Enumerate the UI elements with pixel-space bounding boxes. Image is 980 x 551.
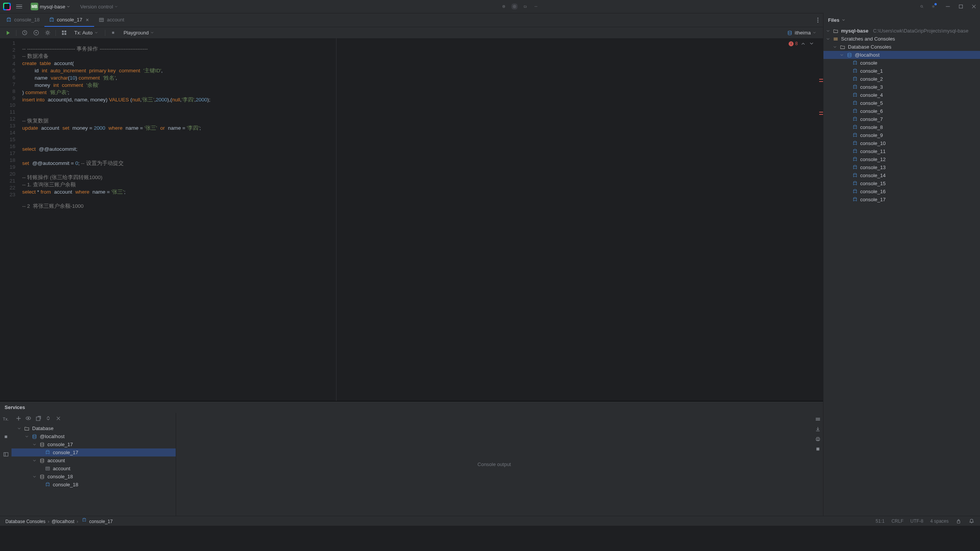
console-node[interactable]: console_4 bbox=[823, 91, 980, 99]
more-tools-icon[interactable] bbox=[533, 3, 539, 10]
code-editor[interactable]: 1234567891011121314151617181920212223 !8… bbox=[0, 38, 823, 401]
run-tool-icon[interactable] bbox=[511, 3, 518, 10]
editor-inspection-status[interactable]: !8 bbox=[789, 41, 815, 47]
tree-console_17[interactable]: console_17 bbox=[11, 440, 176, 448]
code-content[interactable]: -- ---------------------------- 事务操作 ---… bbox=[22, 44, 818, 211]
services-tree[interactable]: Database @localhost console_17 bbox=[11, 424, 176, 516]
new-tab-icon[interactable] bbox=[35, 415, 41, 421]
files-tree[interactable]: mysql-base C:\Users\cwk\DataGripProjects… bbox=[823, 27, 980, 516]
tree-account-item[interactable]: account bbox=[11, 465, 176, 473]
scroll-to-end-icon[interactable] bbox=[815, 426, 821, 432]
error-count-badge[interactable]: !8 bbox=[789, 41, 798, 46]
indent[interactable]: 4 spaces bbox=[930, 518, 949, 524]
line-ending[interactable]: CRLF bbox=[892, 518, 903, 524]
history-button[interactable] bbox=[20, 29, 29, 37]
console-node[interactable]: console_15 bbox=[823, 179, 980, 187]
console-node[interactable]: console_5 bbox=[823, 99, 980, 107]
settings-icon[interactable] bbox=[930, 3, 936, 10]
project-selector[interactable]: MB mysql-base bbox=[28, 1, 73, 12]
tree-host[interactable]: @localhost bbox=[11, 432, 176, 440]
console-node[interactable]: console_10 bbox=[823, 139, 980, 147]
sql-file-icon bbox=[44, 482, 51, 488]
console-node[interactable]: console_13 bbox=[823, 163, 980, 171]
sql-file-icon bbox=[852, 148, 858, 155]
tab-console_17[interactable]: console_17 × bbox=[44, 13, 95, 27]
console-node[interactable]: console_9 bbox=[823, 131, 980, 139]
mode-dropdown[interactable]: Playground bbox=[121, 29, 157, 37]
line-gutter: 1234567891011121314151617181920212223 bbox=[0, 38, 22, 401]
datasource-dropdown[interactable]: itheima bbox=[784, 29, 819, 37]
sql-file-icon bbox=[82, 518, 88, 524]
tab-account[interactable]: account bbox=[94, 13, 129, 27]
explain-button[interactable] bbox=[32, 29, 40, 37]
sql-file-icon bbox=[852, 100, 858, 106]
settings-button[interactable] bbox=[43, 29, 52, 37]
status-bar: Database Consoles›@localhost› console_17… bbox=[0, 516, 980, 526]
console-node[interactable]: console_14 bbox=[823, 171, 980, 179]
notifications-icon[interactable] bbox=[969, 518, 975, 524]
close-tab-icon[interactable]: × bbox=[85, 17, 90, 23]
side-panel-icon[interactable] bbox=[3, 451, 9, 457]
sql-file-icon bbox=[852, 68, 858, 74]
tree-console_17-item[interactable]: console_17 bbox=[11, 448, 176, 456]
sql-file-icon bbox=[852, 197, 858, 203]
error-stripe[interactable] bbox=[818, 38, 823, 401]
console-node[interactable]: console_2 bbox=[823, 75, 980, 83]
next-error-icon[interactable] bbox=[808, 41, 815, 47]
expand-icon[interactable] bbox=[45, 415, 51, 421]
open-tool-icon[interactable] bbox=[522, 3, 528, 10]
console-node[interactable]: console bbox=[823, 59, 980, 67]
sql-file-icon bbox=[49, 17, 54, 23]
add-icon[interactable] bbox=[15, 415, 21, 421]
console-node[interactable]: console_12 bbox=[823, 155, 980, 163]
project-root-node[interactable]: mysql-base C:\Users\cwk\DataGripProjects… bbox=[823, 27, 980, 35]
readonly-icon[interactable] bbox=[956, 518, 962, 524]
soft-wrap-icon[interactable] bbox=[815, 416, 821, 422]
window-close-icon[interactable] bbox=[971, 3, 977, 10]
database-consoles-node[interactable]: Database Consoles bbox=[823, 43, 980, 51]
run-button[interactable] bbox=[4, 29, 12, 37]
view-mode-button[interactable] bbox=[60, 29, 68, 37]
console-node[interactable]: console_11 bbox=[823, 147, 980, 155]
tree-database-root[interactable]: Database bbox=[11, 424, 176, 432]
stop-icon[interactable] bbox=[3, 434, 9, 440]
tree-console_18[interactable]: console_18 bbox=[11, 473, 176, 481]
print-icon[interactable] bbox=[815, 436, 821, 442]
chevron-down-icon bbox=[150, 31, 154, 34]
tree-console_18-item[interactable]: console_18 bbox=[11, 481, 176, 489]
services-header[interactable]: Services bbox=[0, 401, 823, 413]
tab-options-icon[interactable] bbox=[816, 16, 820, 24]
chevron-down-icon bbox=[813, 31, 816, 34]
console-node[interactable]: console_3 bbox=[823, 83, 980, 91]
tx-icon[interactable]: Tx. bbox=[3, 416, 9, 422]
clear-icon[interactable] bbox=[815, 446, 821, 452]
tab-console_18[interactable]: console_18 bbox=[2, 13, 44, 27]
view-icon[interactable] bbox=[25, 415, 31, 421]
console-node[interactable]: console_16 bbox=[823, 187, 980, 196]
localhost-node[interactable]: @localhost bbox=[823, 51, 980, 59]
database-tool-icon[interactable] bbox=[501, 3, 507, 10]
close-all-icon[interactable] bbox=[55, 415, 61, 421]
version-control-menu[interactable]: Version control bbox=[77, 2, 121, 11]
window-maximize-icon[interactable] bbox=[958, 3, 964, 10]
console-node[interactable]: console_1 bbox=[823, 67, 980, 75]
tab-label: account bbox=[107, 17, 124, 23]
prev-error-icon[interactable] bbox=[800, 41, 806, 47]
sql-file-icon bbox=[852, 76, 858, 82]
console-node[interactable]: console_7 bbox=[823, 115, 980, 123]
stop-button[interactable] bbox=[109, 29, 118, 37]
console-node[interactable]: console_6 bbox=[823, 107, 980, 115]
tree-account[interactable]: account bbox=[11, 456, 176, 465]
main-menu-button[interactable] bbox=[15, 3, 24, 10]
scratches-node[interactable]: Scratches and Consoles bbox=[823, 35, 980, 43]
encoding[interactable]: UTF-8 bbox=[910, 518, 923, 524]
caret-position[interactable]: 51:1 bbox=[875, 518, 884, 524]
console-node[interactable]: console_17 bbox=[823, 196, 980, 204]
files-panel-header[interactable]: Files bbox=[823, 13, 980, 27]
window-minimize-icon[interactable] bbox=[945, 3, 951, 10]
services-toolbar bbox=[11, 413, 176, 424]
search-icon[interactable] bbox=[919, 3, 925, 10]
breadcrumb[interactable]: Database Consoles›@localhost› console_17 bbox=[5, 518, 113, 524]
tx-mode-dropdown[interactable]: Tx: Auto bbox=[71, 29, 101, 37]
console-node[interactable]: console_8 bbox=[823, 123, 980, 131]
